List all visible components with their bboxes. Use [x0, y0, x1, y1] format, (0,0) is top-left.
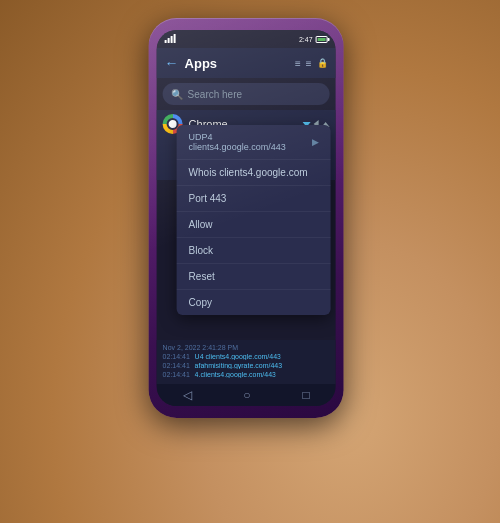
nav-home-button[interactable]: ○: [243, 388, 250, 402]
status-bar: 2:47: [157, 30, 336, 48]
log-url-2: afahmisiting.gyrate.com/443: [195, 362, 283, 369]
log-area: Nov 2, 2022 2:41:28 PM 02:14:41 U4 clien…: [157, 340, 336, 384]
log-url-3: 4.clients4.google.com/443: [195, 371, 276, 378]
context-menu-item-block[interactable]: Block: [177, 238, 331, 264]
context-menu-allow-label: Allow: [189, 219, 213, 230]
context-menu-whois-label: Whois clients4.google.com: [189, 167, 308, 178]
signal-bar-1: [165, 40, 167, 43]
search-placeholder: Search here: [188, 89, 242, 100]
phone: 2:47 ← Apps ≡ ≡ 🔒: [149, 18, 344, 418]
context-menu-reset-label: Reset: [189, 271, 215, 282]
context-menu-copy-label: Copy: [189, 297, 212, 308]
context-menu-udp-label: UDP4 clients4.google.com/443: [189, 132, 312, 152]
search-bar[interactable]: 🔍 Search here: [163, 83, 330, 105]
context-menu-item-port[interactable]: Port 443: [177, 186, 331, 212]
signal-bar-4: [174, 34, 176, 43]
phone-shell: 2:47 ← Apps ≡ ≡ 🔒: [149, 18, 344, 418]
context-menu-item-udp[interactable]: UDP4 clients4.google.com/443 ▶: [177, 125, 331, 160]
log-timestamp: Nov 2, 2022 2:41:28 PM: [163, 344, 330, 351]
page-title: Apps: [185, 56, 289, 71]
lock-icon[interactable]: 🔒: [317, 58, 328, 68]
log-entry-3: 02:14:41 4.clients4.google.com/443: [163, 371, 330, 378]
signal-bar-3: [171, 36, 173, 43]
app-header: ← Apps ≡ ≡ 🔒: [157, 48, 336, 78]
nav-recent-button[interactable]: □: [302, 388, 309, 402]
log-url-1: U4 clients4.google.com/443: [195, 353, 281, 360]
log-time-1: 02:14:41: [163, 353, 191, 360]
header-icons: ≡ ≡ 🔒: [295, 58, 328, 69]
battery-fill: [318, 38, 326, 41]
phone-screen: 2:47 ← Apps ≡ ≡ 🔒: [157, 30, 336, 406]
context-menu-arrow-icon: ▶: [312, 137, 319, 147]
battery-icon: [316, 36, 328, 43]
context-menu-item-reset[interactable]: Reset: [177, 264, 331, 290]
status-bar-right: 2:47: [299, 36, 328, 43]
status-bar-left: [165, 35, 176, 43]
log-entry-1: 02:14:41 U4 clients4.google.com/443: [163, 353, 330, 360]
context-menu-port-label: Port 443: [189, 193, 227, 204]
nav-back-button[interactable]: ◁: [183, 388, 192, 402]
search-icon: 🔍: [171, 89, 183, 100]
context-menu-block-label: Block: [189, 245, 213, 256]
context-menu-item-copy[interactable]: Copy: [177, 290, 331, 315]
signal-bar-2: [168, 38, 170, 43]
log-time-3: 02:14:41: [163, 371, 191, 378]
back-button[interactable]: ←: [165, 56, 179, 70]
scene: 2:47 ← Apps ≡ ≡ 🔒: [0, 0, 500, 523]
signal-icon: [165, 35, 176, 43]
context-menu-item-allow[interactable]: Allow: [177, 212, 331, 238]
log-time-2: 02:14:41: [163, 362, 191, 369]
time-display: 2:47: [299, 36, 313, 43]
log-entry-2: 02:14:41 afahmisiting.gyrate.com/443: [163, 362, 330, 369]
sort-icon[interactable]: ≡: [306, 58, 312, 69]
nav-bar: ◁ ○ □: [157, 384, 336, 406]
context-menu-item-whois[interactable]: Whois clients4.google.com: [177, 160, 331, 186]
filter-icon[interactable]: ≡: [295, 58, 301, 69]
context-menu: UDP4 clients4.google.com/443 ▶ Whois cli…: [177, 125, 331, 315]
